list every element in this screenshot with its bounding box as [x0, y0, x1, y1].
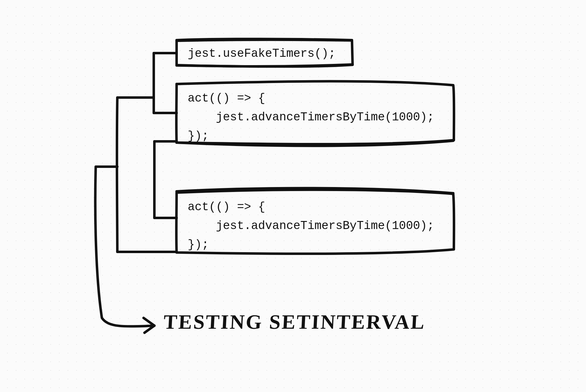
code-box-advance-timers-1: act(() => { jest.advanceTimersByTime(100…: [179, 85, 468, 152]
code-box-use-fake-timers: jest.useFakeTimers();: [179, 40, 369, 67]
diagram-surface: jest.useFakeTimers(); act(() => { jest.a…: [0, 0, 586, 392]
diagram-title: TESTING SETINTERVAL: [163, 310, 426, 334]
code-box-advance-timers-2: act(() => { jest.advanceTimersByTime(100…: [179, 194, 468, 261]
